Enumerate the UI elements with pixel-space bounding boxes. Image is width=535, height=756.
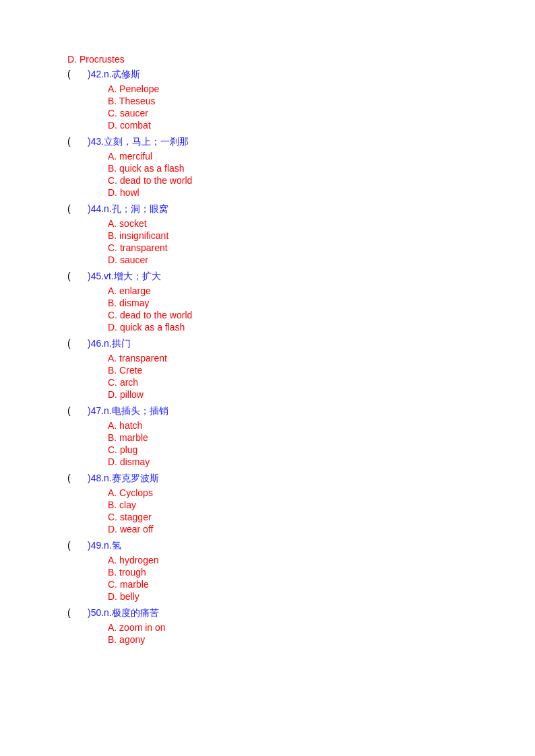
- paren-left: (: [67, 540, 88, 551]
- option-46-0[interactable]: A. transparent: [108, 353, 535, 364]
- options-46: A. transparentB. CreteC. archD. pillow: [0, 353, 535, 400]
- paren-left: (: [67, 271, 88, 281]
- question-label-45: )45.vt.增大；扩大: [88, 271, 195, 283]
- question-label-48: )48.n.赛克罗波斯: [88, 473, 195, 485]
- options-47: A. hatchB. marbleC. plugD. dismay: [0, 420, 535, 467]
- option-42-0[interactable]: A. Penelope: [108, 83, 535, 94]
- option-43-0[interactable]: A. merciful: [108, 151, 535, 162]
- question-label-43: )43.立刻，马上；一刹那: [88, 136, 195, 148]
- question-49: ()49.n.氢: [0, 540, 535, 552]
- option-42-1[interactable]: B. Theseus: [108, 96, 535, 106]
- option-44-1[interactable]: B. insignificant: [108, 230, 535, 241]
- prev-answer: D. Procrustes: [0, 54, 535, 65]
- question-label-47: )47.n.电插头；插销: [88, 405, 195, 417]
- option-48-3[interactable]: D. wear off: [108, 524, 535, 535]
- question-45: ()45.vt.增大；扩大: [0, 271, 535, 283]
- option-46-1[interactable]: B. Crete: [108, 365, 535, 376]
- option-47-0[interactable]: A. hatch: [108, 420, 535, 431]
- options-50: A. zoom in onB. agony: [0, 622, 535, 645]
- question-label-42: )42.n.忒修斯: [88, 69, 195, 81]
- option-43-1[interactable]: B. quick as a flash: [108, 163, 535, 174]
- options-43: A. mercifulB. quick as a flashC. dead to…: [0, 151, 535, 198]
- options-44: A. socketB. insignificantC. transparentD…: [0, 218, 535, 265]
- paren-left: (: [67, 69, 88, 79]
- option-45-3[interactable]: D. quick as a flash: [108, 322, 535, 333]
- options-49: A. hydrogenB. troughC. marbleD. belly: [0, 555, 535, 602]
- question-label-50: )50.n.极度的痛苦: [88, 607, 195, 619]
- paren-left: (: [67, 405, 88, 416]
- paren-left: (: [67, 607, 88, 618]
- option-45-0[interactable]: A. enlarge: [108, 285, 535, 296]
- question-42: ()42.n.忒修斯: [0, 69, 535, 81]
- option-48-1[interactable]: B. clay: [108, 500, 535, 510]
- option-43-2[interactable]: C. dead to the world: [108, 175, 535, 186]
- option-47-1[interactable]: B. marble: [108, 432, 535, 443]
- paren-left: (: [67, 338, 88, 349]
- question-47: ()47.n.电插头；插销: [0, 405, 535, 417]
- option-44-3[interactable]: D. saucer: [108, 254, 535, 265]
- option-46-2[interactable]: C. arch: [108, 377, 535, 388]
- option-45-1[interactable]: B. dismay: [108, 298, 535, 308]
- paren-left: (: [67, 473, 88, 483]
- option-49-3[interactable]: D. belly: [108, 591, 535, 602]
- option-44-2[interactable]: C. transparent: [108, 242, 535, 253]
- option-47-2[interactable]: C. plug: [108, 444, 535, 455]
- question-label-49: )49.n.氢: [88, 540, 195, 552]
- prev-answer-label: D. Procrustes: [67, 54, 125, 65]
- question-43: ()43.立刻，马上；一刹那: [0, 136, 535, 148]
- question-label-44: )44.n.孔；洞；眼窝: [88, 203, 195, 215]
- paren-left: (: [67, 203, 88, 214]
- option-48-0[interactable]: A. Cyclops: [108, 487, 535, 498]
- option-46-3[interactable]: D. pillow: [108, 389, 535, 400]
- options-45: A. enlargeB. dismayC. dead to the worldD…: [0, 285, 535, 333]
- option-45-2[interactable]: C. dead to the world: [108, 310, 535, 320]
- paren-left: (: [67, 136, 88, 147]
- option-44-0[interactable]: A. socket: [108, 218, 535, 229]
- options-42: A. PenelopeB. TheseusC. saucerD. combat: [0, 83, 535, 131]
- question-48: ()48.n.赛克罗波斯: [0, 473, 535, 485]
- option-42-3[interactable]: D. combat: [108, 120, 535, 131]
- option-49-0[interactable]: A. hydrogen: [108, 555, 535, 565]
- option-50-1[interactable]: B. agony: [108, 634, 535, 645]
- options-48: A. CyclopsB. clayC. staggerD. wear off: [0, 487, 535, 535]
- option-48-2[interactable]: C. stagger: [108, 512, 535, 522]
- question-label-46: )46.n.拱门: [88, 338, 195, 350]
- option-49-1[interactable]: B. trough: [108, 567, 535, 578]
- option-42-2[interactable]: C. saucer: [108, 108, 535, 118]
- question-44: ()44.n.孔；洞；眼窝: [0, 203, 535, 215]
- option-43-3[interactable]: D. howl: [108, 187, 535, 198]
- option-50-0[interactable]: A. zoom in on: [108, 622, 535, 633]
- option-49-2[interactable]: C. marble: [108, 579, 535, 590]
- question-46: ()46.n.拱门: [0, 338, 535, 350]
- question-50: ()50.n.极度的痛苦: [0, 607, 535, 619]
- option-47-3[interactable]: D. dismay: [108, 456, 535, 467]
